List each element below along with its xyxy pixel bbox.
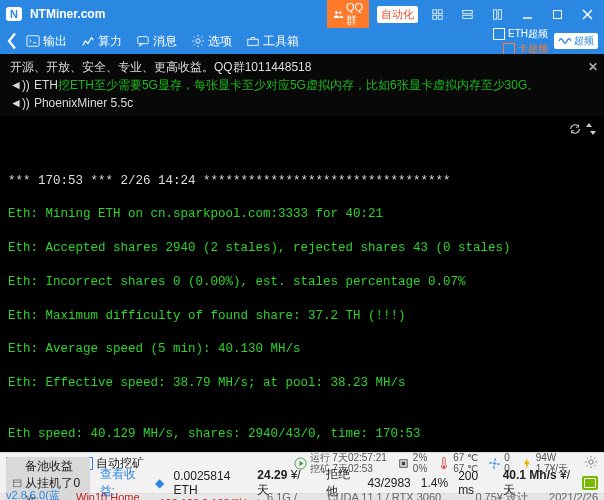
app-title: NTMiner.com [30, 7, 105, 21]
svg-point-16 [196, 39, 200, 43]
banner-line1: 开源、开放、安全、专业、更高收益。QQ群1011448518 [10, 58, 576, 76]
overclock-label: 超频 [574, 34, 594, 48]
qq-group-button[interactable]: QQ群 [327, 0, 369, 30]
titlebar: N NTMiner.com QQ群 自动化 [0, 0, 604, 28]
term-line: Eth: Effective speed: 38.79 MH/s; at poo… [8, 375, 596, 392]
svg-point-22 [493, 462, 495, 464]
tab-messages-label: 消息 [153, 33, 177, 50]
maximize-icon [552, 9, 563, 20]
layout-cols-button[interactable] [486, 4, 508, 24]
close-icon [582, 9, 593, 20]
toolbox-icon [246, 34, 260, 48]
minimize-icon [522, 9, 533, 20]
settings-button[interactable] [584, 455, 598, 472]
app-logo: N [6, 7, 22, 21]
wave-icon [558, 36, 572, 46]
ip-info: 192.168.0.103(动) [159, 496, 248, 501]
close-button[interactable] [576, 4, 598, 24]
svg-rect-9 [498, 9, 501, 18]
people-icon [333, 9, 344, 20]
term-line: *** 170:53 *** 2/26 14:24 **************… [8, 173, 596, 190]
banner-line3: ◄))PhoenixMiner 5.5c [10, 94, 576, 112]
automation-badge[interactable]: 自动化 [377, 6, 418, 23]
thermometer-icon [437, 457, 450, 470]
overclock-tags: ETH超频 卡超频 [493, 27, 552, 56]
svg-rect-20 [401, 461, 405, 465]
eth-overclock-toggle[interactable]: ETH超频 [493, 27, 548, 41]
svg-rect-2 [432, 9, 436, 13]
term-line: Eth: Maximum difficulty of found share: … [8, 308, 596, 325]
svg-rect-15 [138, 37, 149, 44]
announcement-banner: ✕ 开源、开放、安全、专业、更高收益。QQ群1011448518 ◄))ETH挖… [0, 54, 604, 116]
menubar: 输出 算力 消息 选项 工具箱 ETH超频 卡超频 超频 [0, 28, 604, 54]
layout-grid-button[interactable] [426, 4, 448, 24]
tab-options[interactable]: 选项 [185, 31, 238, 52]
chip-icon [397, 457, 410, 470]
footer-date: 2021/2/2614:24 [549, 491, 598, 500]
banner-close-button[interactable]: ✕ [588, 58, 598, 76]
minimize-button[interactable] [516, 4, 538, 24]
tab-toolbox-label: 工具箱 [263, 33, 299, 50]
reject-pct: 1.4% [421, 476, 448, 490]
status-footer: v2.8.6.0(蓝宝) Win10 Home China 192.168.0.… [0, 493, 604, 500]
term-line: Eth: Accepted shares 2940 (2 stales), re… [8, 240, 596, 257]
tab-output[interactable]: 输出 [20, 31, 73, 52]
svg-rect-17 [248, 39, 259, 45]
term-line: Eth: Mining ETH on cn.sparkpool.com:3333… [8, 206, 596, 223]
chevron-left-icon [6, 32, 18, 50]
svg-point-1 [339, 11, 341, 13]
reject-count: 43/2983 [367, 476, 410, 490]
nvidia-badge [582, 476, 598, 490]
svg-point-23 [589, 459, 593, 463]
os-info: Win10 Home China [76, 491, 151, 500]
gpu-info: CUDA 11.1 / RTX 3060 Laptop GPU [328, 491, 468, 500]
eth-oc-label: ETH超频 [508, 27, 548, 41]
svg-point-0 [335, 10, 338, 13]
term-line: Eth speed: 40.129 MH/s, shares: 2940/43/… [8, 426, 596, 443]
qq-label: QQ群 [346, 1, 363, 28]
grid-icon [432, 9, 443, 20]
cpu-gpu-usage: 2%0% [397, 452, 427, 474]
overclock-button[interactable]: 超频 [554, 33, 598, 49]
sort-button[interactable] [584, 122, 598, 142]
tab-hashrate[interactable]: 算力 [75, 31, 128, 52]
mem-info: 6.1G / 457.63 [267, 491, 320, 500]
gear-icon [191, 34, 205, 48]
footer-price: 0.75¥ 设计 22.60 [475, 490, 541, 501]
term-line: Eth: Average speed (5 min): 40.130 MH/s [8, 341, 596, 358]
svg-rect-11 [553, 10, 561, 18]
svg-rect-14 [27, 36, 39, 47]
tab-toolbox[interactable]: 工具箱 [240, 31, 305, 52]
terminal-output[interactable]: *** 170:53 *** 2/26 14:24 **************… [0, 116, 604, 452]
cols-icon [492, 9, 503, 20]
updown-icon [584, 122, 598, 136]
version-link[interactable]: v2.8.6.0(蓝宝) [6, 488, 60, 500]
svg-rect-3 [438, 9, 442, 13]
tab-hashrate-label: 算力 [98, 33, 122, 50]
layout-rows-button[interactable] [456, 4, 478, 24]
earnings-eth: 0.0025814 ETH [174, 469, 248, 497]
refresh-icon [568, 122, 582, 136]
banner-line2: ◄))ETH挖ETH至少需要5G显存，每张显卡至少对应5G虚拟内存，比如6张显卡… [10, 76, 576, 94]
svg-rect-6 [462, 10, 471, 13]
svg-rect-24 [13, 480, 20, 487]
maximize-button[interactable] [546, 4, 568, 24]
gear-icon [584, 455, 598, 469]
svg-rect-8 [493, 9, 496, 18]
chart-icon [81, 34, 95, 48]
tab-messages[interactable]: 消息 [130, 31, 183, 52]
term-line: Eth: Incorrect shares 0 (0.00%), est. st… [8, 274, 596, 291]
eth-icon: ◆ [155, 476, 164, 490]
svg-rect-7 [462, 15, 471, 18]
message-icon [136, 34, 150, 48]
svg-rect-4 [432, 15, 436, 19]
tab-options-label: 选项 [208, 33, 232, 50]
tab-output-label: 输出 [43, 33, 67, 50]
rows-icon [462, 9, 473, 20]
fan-icon [488, 457, 501, 470]
refresh-button[interactable] [568, 122, 582, 142]
left-arrow-button[interactable] [6, 32, 18, 50]
svg-point-21 [443, 465, 445, 467]
terminal-icon [26, 34, 40, 48]
svg-rect-5 [438, 15, 442, 19]
